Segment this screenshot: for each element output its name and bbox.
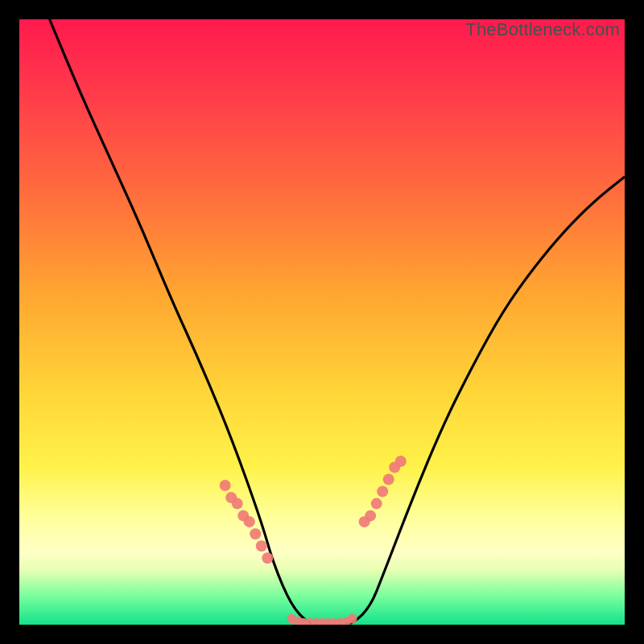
data-marker xyxy=(250,528,261,539)
data-marker xyxy=(262,552,273,564)
data-marker xyxy=(256,540,267,551)
data-marker xyxy=(377,486,388,497)
data-marker xyxy=(348,613,357,623)
bottleneck-curve xyxy=(19,19,625,625)
watermark-label: TheBottleneck.com xyxy=(465,19,620,40)
data-marker xyxy=(220,480,231,491)
data-marker xyxy=(371,498,382,510)
markers-plateau-cluster xyxy=(287,613,357,625)
plot-frame: TheBottleneck.com xyxy=(19,19,625,625)
data-marker xyxy=(232,498,243,510)
data-marker xyxy=(395,456,407,467)
data-marker xyxy=(365,510,376,522)
markers-right-cluster xyxy=(359,456,407,527)
data-marker xyxy=(244,516,255,527)
curve-line xyxy=(50,19,625,625)
data-marker xyxy=(383,474,394,485)
markers-left-cluster xyxy=(220,480,274,564)
